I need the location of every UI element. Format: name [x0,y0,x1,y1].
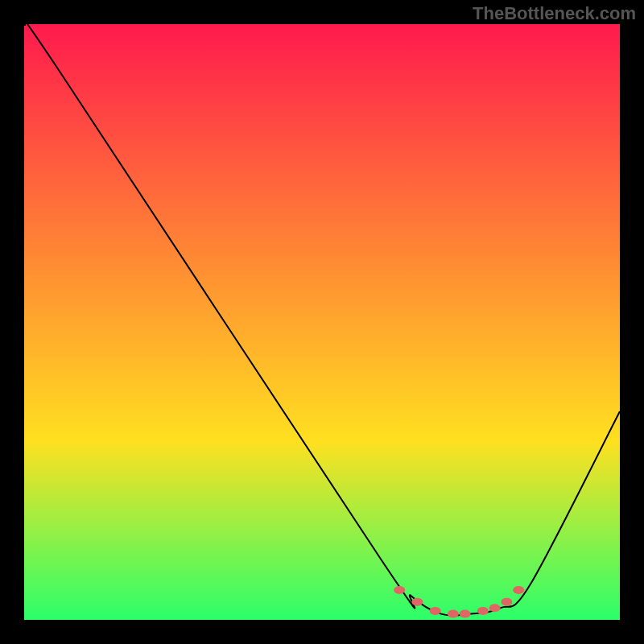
bead-icon [448,610,459,618]
bead-icon [501,598,512,606]
bead-icon [460,610,471,618]
plot-area [24,24,620,620]
bead-icon [489,604,501,612]
gradient-background [24,24,620,620]
bead-icon [513,586,524,594]
bead-icon [411,598,423,606]
bead-icon [477,607,489,615]
chart-frame: TheBottleneck.com [0,0,644,644]
attribution-text: TheBottleneck.com [473,3,636,24]
plot-svg [24,24,620,620]
bead-icon [430,607,441,615]
bead-icon [394,586,405,594]
